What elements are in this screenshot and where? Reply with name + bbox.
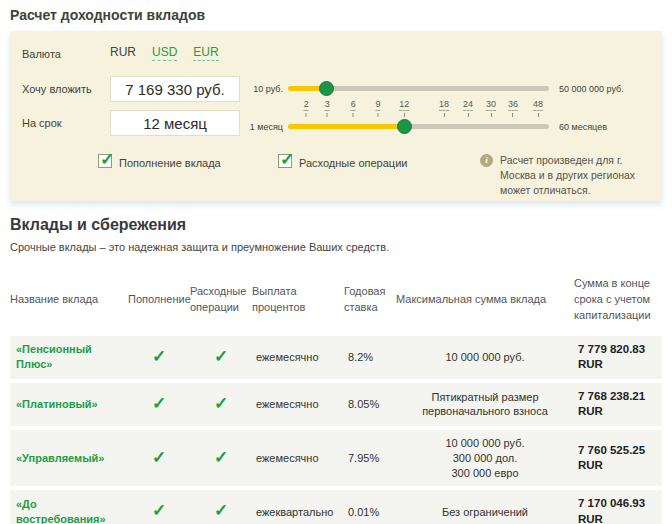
term-tick-36[interactable]: 36 bbox=[508, 99, 518, 117]
term-tick-label[interactable]: 48 bbox=[533, 99, 543, 111]
term-slider-max-label: 60 месяцев bbox=[559, 122, 607, 132]
deposit-name-link[interactable]: «Пенсионный Плюс» bbox=[10, 336, 128, 378]
check-icon: ✓ bbox=[100, 149, 114, 170]
term-tick-mark bbox=[306, 113, 307, 117]
term-tick-9[interactable]: 9 bbox=[376, 99, 381, 117]
withdraw-check-icon: ✓ bbox=[190, 340, 252, 375]
term-tick-12[interactable]: 12 bbox=[399, 99, 409, 117]
amount-slider-min-label: 10 руб. bbox=[180, 84, 283, 94]
final-sum-cell: 7 768 238.21 RUR bbox=[574, 383, 662, 426]
checkbox-replenishment[interactable]: ✓Пополнение вклада bbox=[98, 153, 221, 171]
term-tick-label[interactable]: 30 bbox=[486, 99, 496, 111]
term-tick-30[interactable]: 30 bbox=[486, 99, 496, 117]
table-row: «До востребования»✓✓ежеквартально0.01%Бе… bbox=[10, 490, 662, 524]
term-tick-6[interactable]: 6 bbox=[351, 99, 356, 117]
column-header-3: Выплата процентов bbox=[252, 284, 344, 316]
term-tick-mark bbox=[444, 113, 445, 117]
term-tick-mark bbox=[378, 113, 379, 117]
term-tick-mark bbox=[512, 113, 513, 117]
rate-cell: 7.95% bbox=[344, 445, 396, 472]
term-tick-label[interactable]: 9 bbox=[376, 99, 381, 111]
amount-slider-max-label: 50 000 000 руб. bbox=[559, 84, 624, 94]
term-tick-mark bbox=[468, 113, 469, 117]
currency-option-eur[interactable]: EUR bbox=[193, 45, 218, 61]
payout-cell: ежемесячно bbox=[252, 391, 344, 418]
deposit-name-link[interactable]: «Платиновый» bbox=[10, 391, 128, 418]
rate-cell: 8.2% bbox=[344, 344, 396, 371]
amount-slider: 10 руб. 50 000 000 руб. bbox=[180, 81, 662, 101]
region-note: i Расчет произведен для г. Москва и в др… bbox=[480, 153, 658, 199]
term-label: На срок bbox=[22, 117, 62, 129]
withdraw-check-icon: ✓ bbox=[190, 494, 252, 524]
replenish-check-icon: ✓ bbox=[128, 340, 190, 375]
page-title: Расчет доходности вкладов bbox=[10, 7, 205, 23]
term-tick-48[interactable]: 48 bbox=[533, 99, 543, 117]
term-tick-label[interactable]: 12 bbox=[399, 99, 409, 111]
term-tick-label[interactable]: 6 bbox=[351, 99, 356, 111]
term-slider-min-label: 1 месяц bbox=[180, 122, 283, 132]
term-tick-18[interactable]: 18 bbox=[439, 99, 449, 117]
term-tick-label[interactable]: 24 bbox=[463, 99, 473, 111]
info-icon: i bbox=[480, 154, 493, 167]
column-header-4: Годовая ставка bbox=[344, 284, 396, 316]
currency-options: RURUSDEUR bbox=[110, 45, 235, 59]
region-note-text: Расчет произведен для г. Москва и в друг… bbox=[500, 153, 658, 199]
checkbox-expense-operations[interactable]: ✓Расходные операции bbox=[278, 153, 407, 171]
term-tick-mark bbox=[538, 113, 539, 117]
checkbox-box[interactable]: ✓ bbox=[278, 154, 292, 168]
max-sum-cell: Пятикратный размер первоначального взнос… bbox=[396, 384, 574, 426]
column-header-0: Название вклада bbox=[10, 292, 128, 308]
deposit-name-link[interactable]: «Управляемый» bbox=[10, 445, 128, 472]
term-tick-2[interactable]: 2 bbox=[304, 99, 309, 117]
term-slider-track[interactable] bbox=[288, 124, 549, 129]
rate-cell: 0.01% bbox=[344, 499, 396, 524]
deposit-calculator-panel: Валюта RURUSDEUR Хочу вложить 10 руб. 50… bbox=[10, 31, 662, 201]
term-tick-mark bbox=[491, 113, 492, 117]
rate-cell: 8.05% bbox=[344, 391, 396, 418]
term-tick-mark bbox=[353, 113, 354, 117]
checkbox-label: Расходные операции bbox=[299, 157, 407, 169]
currency-option-rur[interactable]: RUR bbox=[110, 45, 136, 60]
deposit-calculator-page: Расчет доходности вкладов Валюта RURUSDE… bbox=[0, 0, 672, 524]
deposits-table-body: «Пенсионный Плюс»✓✓ежемесячно8.2%10 000 … bbox=[10, 336, 662, 524]
term-tick-label[interactable]: 18 bbox=[439, 99, 449, 111]
checkbox-label: Пополнение вклада bbox=[119, 157, 221, 169]
deposits-section-subtitle: Срочные вклады – это надежная защита и п… bbox=[10, 241, 389, 253]
withdraw-check-icon: ✓ bbox=[190, 441, 252, 476]
checkbox-box[interactable]: ✓ bbox=[98, 154, 112, 168]
deposits-table-header: Название вкладаПополнениеРасходные опера… bbox=[10, 266, 662, 336]
amount-slider-handle[interactable] bbox=[319, 81, 334, 96]
term-tick-mark bbox=[404, 113, 405, 117]
term-tick-mark bbox=[327, 113, 328, 117]
max-sum-cell: 10 000 000 руб.300 000 дол.300 000 евро bbox=[396, 430, 574, 487]
term-tick-label[interactable]: 3 bbox=[325, 99, 330, 111]
replenish-check-icon: ✓ bbox=[128, 387, 190, 422]
check-icon: ✓ bbox=[280, 149, 294, 170]
table-row: «Управляемый»✓✓ежемесячно7.95%10 000 000… bbox=[10, 430, 662, 487]
column-header-5: Максимальная сумма вклада bbox=[396, 292, 574, 308]
column-header-6: Сумма в конце срока с учетом капитализац… bbox=[574, 276, 662, 324]
term-tick-label[interactable]: 36 bbox=[508, 99, 518, 111]
amount-label: Хочу вложить bbox=[22, 83, 92, 95]
deposits-section-title: Вклады и сбережения bbox=[10, 216, 186, 234]
max-sum-cell: Без ограничений bbox=[396, 499, 574, 524]
payout-cell: ежемесячно bbox=[252, 344, 344, 371]
final-sum-cell: 7 779 820.83 RUR bbox=[574, 336, 662, 379]
currency-option-usd[interactable]: USD bbox=[152, 45, 177, 61]
amount-slider-track[interactable] bbox=[288, 86, 549, 91]
max-sum-cell: 10 000 000 руб. bbox=[396, 344, 574, 371]
replenish-check-icon: ✓ bbox=[128, 441, 190, 476]
term-tick-label[interactable]: 2 bbox=[304, 99, 309, 111]
term-ticks: 2369121824303648 bbox=[288, 99, 549, 117]
deposit-name-link[interactable]: «До востребования» bbox=[10, 491, 128, 524]
term-tick-24[interactable]: 24 bbox=[463, 99, 473, 117]
replenish-check-icon: ✓ bbox=[128, 494, 190, 524]
options-row: ✓Пополнение вклада✓Расходные операции i … bbox=[10, 151, 662, 191]
payout-cell: ежеквартально bbox=[252, 499, 344, 524]
column-header-2: Расходные операции bbox=[190, 284, 252, 316]
term-tick-3[interactable]: 3 bbox=[325, 99, 330, 117]
table-row: «Пенсионный Плюс»✓✓ежемесячно8.2%10 000 … bbox=[10, 336, 662, 379]
term-slider-handle[interactable] bbox=[397, 119, 412, 134]
term-slider-fill bbox=[288, 124, 404, 129]
column-header-1: Пополнение bbox=[128, 292, 190, 308]
